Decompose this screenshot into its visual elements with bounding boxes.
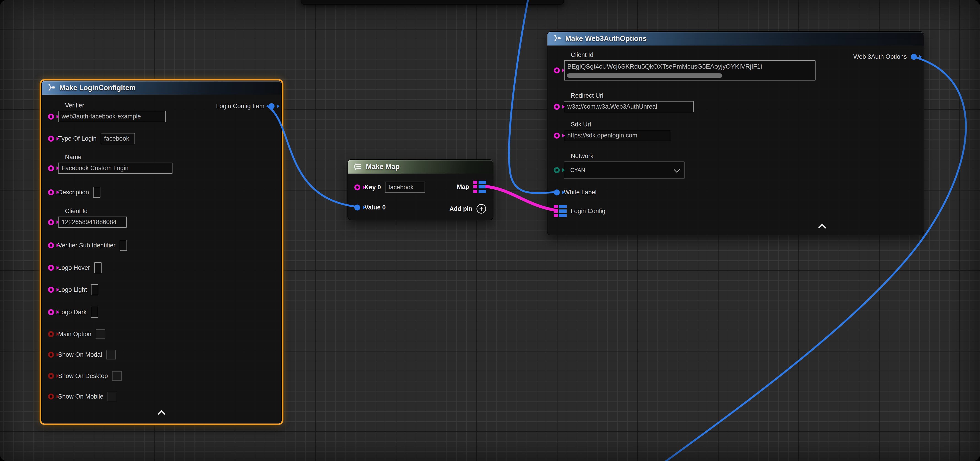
pin-row-white-label: White Label xyxy=(554,189,597,196)
pin-row-show-on-modal: Show On Modal xyxy=(48,350,116,359)
pin-label: Logo Dark xyxy=(58,309,87,316)
collapse-chevron-icon[interactable] xyxy=(158,410,165,418)
network-dropdown[interactable]: CYAN xyxy=(564,161,685,179)
pin-group-client-id: Client Id BEglQSgt4cUWcj6SKRdu5QkOXTsePm… xyxy=(554,51,816,81)
node-title: Make LoginConfigItem xyxy=(59,84,135,92)
collapse-chevron-icon[interactable] xyxy=(818,224,826,232)
client-id-scrollbar[interactable] xyxy=(567,73,722,78)
node-make-web3authoptions[interactable]: Make Web3AuthOptions Web 3Auth Options C… xyxy=(547,31,924,235)
node-make-map[interactable]: Make Map Key 0 facebook Map Value 0 Add … xyxy=(347,159,493,220)
pin-label: Login Config xyxy=(571,208,606,215)
network-pin[interactable] xyxy=(554,167,560,173)
pin-row-show-on-mobile: Show On Mobile xyxy=(48,392,117,401)
make-struct-icon xyxy=(47,83,56,92)
pin-label: Web 3Auth Options xyxy=(853,53,907,60)
pin-label: Network xyxy=(571,153,685,160)
pin-row-map-out: Map xyxy=(457,181,486,193)
pin-label: Show On Modal xyxy=(58,351,102,358)
pin-label: Description xyxy=(58,189,89,196)
verifier-pin[interactable] xyxy=(48,114,54,119)
add-pin-button[interactable]: Add pin + xyxy=(450,204,486,214)
add-pin-label: Add pin xyxy=(450,205,473,213)
type-of-login-input[interactable]: facebook xyxy=(101,133,135,144)
client-id-input[interactable]: BEglQSgt4cUWcj6SKRdu5QkOXTsePmMcusG5EAoy… xyxy=(564,60,816,81)
logo-dark-input[interactable] xyxy=(91,307,98,318)
type-of-login-pin[interactable] xyxy=(48,136,54,141)
logo-light-pin[interactable] xyxy=(48,287,54,293)
logo-hover-input[interactable] xyxy=(94,262,102,273)
pin-group-client-id: Client Id 1222658941886084 xyxy=(48,208,127,228)
map-output-pin[interactable] xyxy=(473,181,486,193)
add-pin-plus-icon: + xyxy=(477,204,486,214)
pin-row-description: Description xyxy=(48,187,100,198)
redirect-url-pin[interactable] xyxy=(554,104,560,110)
logo-light-input[interactable] xyxy=(91,284,99,295)
pin-row-value0: Value 0 xyxy=(354,204,386,211)
pin-label: Show On Desktop xyxy=(58,372,108,380)
pin-label: Redirect Url xyxy=(571,92,694,99)
pin-label: Value 0 xyxy=(364,204,386,211)
pin-group-sdk-url: Sdk Url https://sdk.openlogin.com xyxy=(554,121,670,141)
show-on-mobile-checkbox[interactable] xyxy=(108,392,117,401)
pin-row-verifier-sub-identifier: Verifier Sub Identifier xyxy=(48,240,127,251)
pin-label: Show On Mobile xyxy=(58,393,103,400)
pin-label: Sdk Url xyxy=(571,121,670,128)
pin-label: Client Id xyxy=(65,208,127,215)
pin-label: Map xyxy=(457,183,469,191)
pin-row-key0: Key 0 facebook xyxy=(354,182,425,193)
pin-group-name: Name Facebook Custom Login xyxy=(48,154,172,174)
pin-row-show-on-desktop: Show On Desktop xyxy=(48,371,122,381)
redirect-url-input[interactable]: w3a://com.w3a.Web3AuthUnreal xyxy=(564,101,694,112)
offscreen-node-top[interactable] xyxy=(301,0,564,5)
pin-label: Logo Light xyxy=(58,286,87,293)
pin-row-logo-light: Logo Light xyxy=(48,284,99,295)
name-input[interactable]: Facebook Custom Login xyxy=(58,162,172,174)
client-id-text: BEglQSgt4cUWcj6SKRdu5QkOXTsePmMcusG5EAoy… xyxy=(567,63,813,70)
node-header[interactable]: Make Web3AuthOptions xyxy=(547,32,924,46)
pin-label: Login Config Item xyxy=(216,103,264,110)
node-make-loginconfigitem[interactable]: Make LoginConfigItem Login Config Item V… xyxy=(41,81,282,423)
show-on-mobile-pin[interactable] xyxy=(48,394,54,399)
pin-label: White Label xyxy=(564,189,597,196)
node-header[interactable]: Make LoginConfigItem xyxy=(41,81,282,95)
logo-dark-pin[interactable] xyxy=(48,309,54,315)
verifier-input[interactable]: web3auth-facebook-example xyxy=(58,111,165,122)
logo-hover-pin[interactable] xyxy=(48,265,54,271)
show-on-modal-checkbox[interactable] xyxy=(106,350,116,359)
client-id-pin[interactable] xyxy=(554,67,560,73)
sdk-url-input[interactable]: https://sdk.openlogin.com xyxy=(564,130,670,141)
client-id-pin[interactable] xyxy=(48,219,54,225)
pin-label: Name xyxy=(65,154,172,161)
pin-label: Type Of Login xyxy=(58,135,97,142)
verifier-sub-identifier-pin[interactable] xyxy=(48,242,54,248)
pin-group-verifier: Verifier web3auth-facebook-example xyxy=(48,102,165,122)
pin-row-main-option: Main Option xyxy=(48,329,105,339)
main-option-pin[interactable] xyxy=(48,331,54,337)
description-pin[interactable] xyxy=(48,189,54,195)
show-on-desktop-checkbox[interactable] xyxy=(112,371,122,381)
node-title: Make Map xyxy=(366,162,399,171)
pin-row-login-config: Login Config xyxy=(554,205,606,217)
show-on-modal-pin[interactable] xyxy=(48,352,54,358)
main-option-checkbox[interactable] xyxy=(95,329,105,339)
pin-row-type-of-login: Type Of Login facebook xyxy=(48,133,135,144)
pin-label: Logo Hover xyxy=(58,264,90,272)
node-title: Make Web3AuthOptions xyxy=(565,35,647,43)
show-on-desktop-pin[interactable] xyxy=(48,373,54,379)
key0-pin[interactable] xyxy=(354,184,360,190)
pin-label: Client Id xyxy=(571,51,816,59)
description-input[interactable] xyxy=(93,187,100,198)
client-id-input[interactable]: 1222658941886084 xyxy=(58,216,127,228)
node-header[interactable]: Make Map xyxy=(348,160,493,173)
sdk-url-pin[interactable] xyxy=(554,133,560,138)
name-pin[interactable] xyxy=(48,165,54,171)
pin-label: Verifier xyxy=(65,102,165,109)
pin-row-logo-dark: Logo Dark xyxy=(48,307,98,318)
pin-group-network: Network CYAN xyxy=(554,153,685,179)
pin-row-web3auth-options-out: Web 3Auth Options xyxy=(853,53,917,60)
blueprint-graph-canvas[interactable]: { "editor": { "background": "#2b2b2b", "… xyxy=(0,0,980,461)
chevron-down-icon xyxy=(674,167,680,173)
verifier-sub-identifier-input[interactable] xyxy=(119,240,127,251)
pin-group-redirect-url: Redirect Url w3a://com.w3a.Web3AuthUnrea… xyxy=(554,92,694,112)
key0-input[interactable]: facebook xyxy=(385,182,425,193)
